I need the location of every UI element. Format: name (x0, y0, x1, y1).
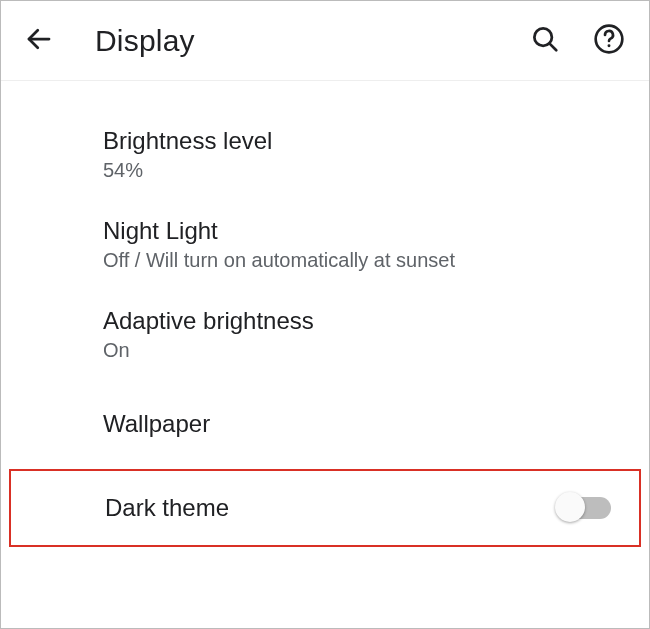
dark-theme-toggle[interactable] (559, 497, 611, 519)
svg-line-2 (549, 43, 556, 50)
back-arrow-icon (24, 24, 54, 58)
help-icon (593, 23, 625, 59)
night-light-row[interactable]: Night Light Off / Will turn on automatic… (1, 199, 649, 289)
wallpaper-row[interactable]: Wallpaper (1, 379, 649, 469)
svg-point-4 (608, 44, 611, 47)
setting-title: Night Light (103, 217, 613, 245)
search-icon (530, 24, 560, 58)
adaptive-brightness-row[interactable]: Adaptive brightness On (1, 289, 649, 379)
setting-subtitle: 54% (103, 159, 613, 182)
brightness-level-row[interactable]: Brightness level 54% (1, 109, 649, 199)
setting-subtitle: On (103, 339, 613, 362)
toggle-thumb (555, 492, 585, 522)
setting-title: Adaptive brightness (103, 307, 613, 335)
back-button[interactable] (23, 25, 55, 57)
dark-theme-row[interactable]: Dark theme (9, 469, 641, 547)
setting-title: Dark theme (105, 494, 559, 522)
app-bar: Display (1, 1, 649, 81)
setting-subtitle: Off / Will turn on automatically at suns… (103, 249, 613, 272)
setting-title: Brightness level (103, 127, 613, 155)
help-button[interactable] (591, 23, 627, 59)
search-button[interactable] (527, 23, 563, 59)
settings-list: Brightness level 54% Night Light Off / W… (1, 81, 649, 547)
setting-title: Wallpaper (103, 410, 613, 438)
page-title: Display (95, 24, 499, 58)
